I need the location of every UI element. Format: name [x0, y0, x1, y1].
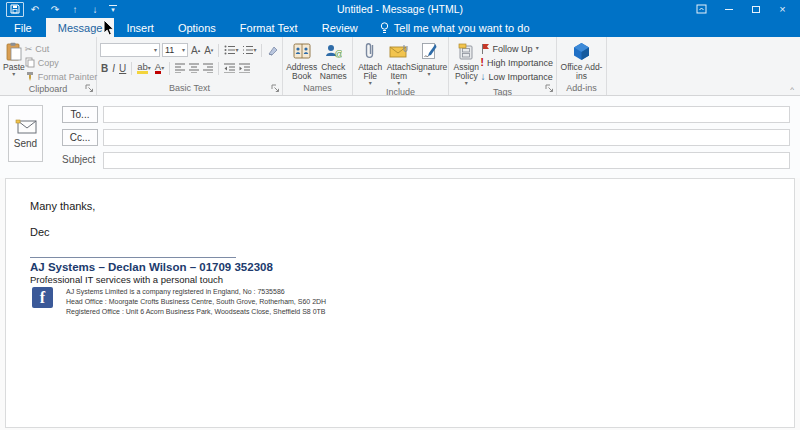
collapse-ribbon-icon[interactable]: ^ [790, 85, 794, 94]
tell-me-box[interactable]: Tell me what you want to do [370, 18, 540, 37]
ribbon-group-basic-text: ▾ 11 ▾ A▴ A▾ [97, 37, 283, 95]
ribbon-display-options-icon[interactable] [688, 1, 715, 17]
signature-tagline: Professional IT services with a personal… [30, 274, 223, 285]
signature-divider [30, 257, 236, 258]
tags-dialog-launcher-icon[interactable] [545, 84, 554, 93]
assign-policy-button[interactable]: Assign Policy ▾ [452, 39, 481, 86]
check-names-label: Check Names [318, 63, 350, 81]
format-painter-icon [25, 71, 35, 82]
align-center-icon [189, 63, 199, 73]
redo-icon[interactable]: ↷ [46, 2, 64, 17]
copy-icon [25, 57, 35, 68]
window-controls: × [688, 1, 800, 17]
clear-formatting-button[interactable] [266, 43, 279, 57]
floppy-icon [10, 4, 20, 14]
facebook-icon[interactable]: f [32, 287, 53, 308]
send-button[interactable]: Send [8, 105, 43, 162]
numbering-button[interactable]: ▾ [241, 43, 257, 57]
font-size-value: 11 [165, 45, 174, 55]
tab-options[interactable]: Options [166, 18, 228, 37]
bold-button[interactable]: B [100, 61, 109, 75]
font-name-combo[interactable]: ▾ [100, 43, 160, 57]
italic-button[interactable]: I [111, 61, 116, 75]
increase-indent-button[interactable] [238, 61, 251, 75]
copy-button[interactable]: Copy [25, 56, 98, 69]
office-addins-cube-icon [572, 41, 591, 61]
address-book-icon [293, 41, 311, 61]
follow-up-button[interactable]: Follow Up ▾ [481, 42, 553, 55]
ribbon-group-names: Address Book @ Check Names Names [283, 37, 353, 95]
attach-item-button[interactable]: Attach Item ▾ [385, 39, 414, 86]
signature-registered-office: Registered Office : Unit 6 Acorn Busines… [66, 308, 326, 315]
next-item-icon[interactable]: ↓ [86, 2, 104, 17]
align-center-button[interactable] [188, 61, 200, 75]
shrink-font-button[interactable]: A▾ [203, 43, 214, 57]
signature-company-registration: AJ Systems Limited is a company register… [66, 288, 285, 295]
close-icon[interactable]: × [769, 1, 796, 17]
cc-field[interactable] [103, 129, 790, 146]
attach-item-label: Attach Item [385, 63, 414, 81]
font-size-combo[interactable]: 11 ▾ [162, 43, 188, 57]
basic-text-group-label: Basic Text [97, 82, 282, 95]
address-book-label: Address Book [286, 63, 318, 81]
signature-head-office: Head Office : Moorgate Crofts Business C… [66, 298, 326, 305]
paste-icon [6, 41, 22, 61]
address-book-button[interactable]: Address Book [286, 39, 318, 82]
low-importance-icon: ↓ [481, 71, 486, 82]
to-button[interactable]: To... [62, 106, 98, 123]
text-highlight-button[interactable]: ab ▾ [136, 61, 152, 75]
bullets-button[interactable]: ▾ [223, 43, 239, 57]
cut-button[interactable]: ✂ Cut [25, 42, 98, 55]
tell-me-label: Tell me what you want to do [394, 22, 530, 34]
decrease-indent-button[interactable] [223, 61, 236, 75]
tab-insert[interactable]: Insert [114, 18, 166, 37]
tab-format-text[interactable]: Format Text [228, 18, 310, 37]
previous-item-icon[interactable]: ↑ [66, 2, 84, 17]
grow-font-button[interactable]: A▴ [190, 43, 201, 57]
paperclip-icon [364, 41, 376, 61]
tab-file[interactable]: File [0, 18, 46, 37]
signature-button[interactable]: Signature ▾ [413, 39, 445, 86]
undo-icon[interactable]: ↶ [26, 2, 44, 17]
basic-text-dialog-launcher-icon[interactable] [271, 84, 280, 93]
message-body[interactable]: Many thanks, Dec AJ Systems – Declan Wil… [5, 178, 795, 428]
body-sender-name: Dec [30, 226, 50, 238]
send-envelope-icon [15, 119, 37, 134]
high-importance-button[interactable]: ! High Importance [481, 56, 553, 69]
decrease-indent-icon [224, 63, 235, 73]
body-greeting: Many thanks, [30, 200, 95, 212]
follow-up-label: Follow Up [493, 44, 533, 54]
ribbon-group-include: Attach File ▾ Attach Item ▾ [353, 37, 449, 95]
align-left-icon [175, 63, 185, 73]
align-left-button[interactable] [174, 61, 186, 75]
clipboard-dialog-launcher-icon[interactable] [85, 84, 94, 93]
increase-indent-icon [239, 63, 250, 73]
underline-button[interactable]: U [118, 61, 127, 75]
assign-policy-label: Assign Policy [452, 63, 481, 81]
font-color-button[interactable]: A ▾ [154, 61, 165, 75]
low-importance-button[interactable]: ↓ Low Importance [481, 70, 553, 83]
tab-review[interactable]: Review [310, 18, 370, 37]
cut-label: Cut [35, 44, 49, 54]
cc-button[interactable]: Cc... [62, 129, 98, 146]
subject-label: Subject [62, 154, 95, 165]
office-addins-button[interactable]: Office Add-ins [560, 39, 603, 82]
save-icon[interactable] [6, 2, 24, 17]
maximize-icon[interactable] [742, 1, 769, 17]
format-painter-button[interactable]: Format Painter [25, 70, 98, 83]
align-right-button[interactable] [202, 61, 214, 75]
high-importance-icon: ! [481, 57, 484, 68]
customize-qat-icon[interactable]: ▾ [109, 5, 117, 13]
paste-button[interactable]: Paste ▾ [3, 39, 25, 83]
check-names-button[interactable]: @ Check Names [318, 39, 350, 82]
bullets-icon [224, 45, 235, 55]
title-bar: ↶ ↷ ↑ ↓ ▾ Untitled - Message (HTML) × [0, 0, 800, 18]
ribbon-tab-row: File Message Insert Options Format Text … [0, 18, 800, 37]
minimize-icon[interactable] [715, 1, 742, 17]
ribbon: Paste ▾ ✂ Cut Copy [0, 37, 800, 96]
attach-file-label: Attach File [356, 63, 385, 81]
attach-file-button[interactable]: Attach File ▾ [356, 39, 385, 86]
subject-field[interactable] [103, 152, 790, 169]
to-field[interactable] [103, 106, 790, 123]
assign-policy-icon [458, 41, 474, 61]
